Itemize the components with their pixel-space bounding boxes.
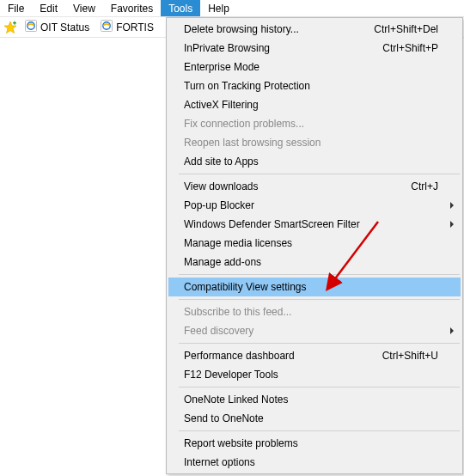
menu-item-enterprise-mode[interactable]: Enterprise Mode bbox=[168, 58, 461, 76]
menu-item-label: Windows Defender SmartScreen Filter bbox=[184, 218, 438, 230]
svg-rect-2 bbox=[14, 21, 15, 24]
menu-item-label: Enterprise Mode bbox=[184, 61, 438, 73]
menu-separator bbox=[179, 430, 460, 431]
menu-item-inprivate-browsing[interactable]: InPrivate BrowsingCtrl+Shift+P bbox=[168, 39, 461, 58]
menu-item-label: Manage media licenses bbox=[184, 237, 438, 249]
menu-item-manage-add-ons[interactable]: Manage add-ons bbox=[168, 253, 461, 272]
menu-item-delete-browsing-history[interactable]: Delete browsing history...Ctrl+Shift+Del bbox=[168, 20, 461, 39]
menu-item-send-to-onenote[interactable]: Send to OneNote bbox=[168, 409, 461, 428]
menu-item-performance-dashboard[interactable]: Performance dashboardCtrl+Shift+U bbox=[168, 346, 461, 365]
menu-item-label: Delete browsing history... bbox=[184, 23, 374, 35]
menu-item-fix-connection-problems: Fix connection problems... bbox=[168, 114, 461, 133]
menu-item-label: Compatibility View settings bbox=[184, 281, 438, 293]
menu-file[interactable]: File bbox=[0, 0, 32, 16]
menu-item-label: Feed discovery bbox=[184, 325, 438, 337]
menu-item-subscribe-to-this-feed: Subscribe to this feed... bbox=[168, 302, 461, 321]
tools-dropdown: Delete browsing history...Ctrl+Shift+Del… bbox=[166, 17, 463, 474]
menu-tools[interactable]: Tools bbox=[161, 0, 200, 16]
menu-separator bbox=[179, 343, 460, 344]
chevron-right-icon bbox=[450, 221, 454, 228]
menu-separator bbox=[179, 299, 460, 300]
menu-item-label: Report website problems bbox=[184, 437, 438, 449]
menu-edit[interactable]: Edit bbox=[32, 0, 65, 16]
menu-item-label: Subscribe to this feed... bbox=[184, 306, 438, 318]
menu-item-label: Performance dashboard bbox=[184, 350, 382, 362]
menu-item-label: F12 Developer Tools bbox=[184, 369, 438, 381]
menu-item-label: View downloads bbox=[184, 180, 411, 192]
menu-item-label: ActiveX Filtering bbox=[184, 99, 438, 111]
menu-item-shortcut: Ctrl+Shift+P bbox=[382, 42, 438, 54]
menu-view[interactable]: View bbox=[65, 0, 103, 16]
menu-item-label: Pop-up Blocker bbox=[184, 199, 438, 211]
menu-item-label: Fix connection problems... bbox=[184, 118, 438, 130]
ie-page-icon bbox=[100, 19, 113, 35]
menu-item-onenote-linked-notes[interactable]: OneNote Linked Notes bbox=[168, 390, 461, 409]
add-favorite-icon[interactable] bbox=[3, 21, 17, 34]
menu-item-label: Turn on Tracking Protection bbox=[184, 80, 438, 92]
favorite-label: OIT Status bbox=[40, 21, 89, 34]
menu-item-pop-up-blocker[interactable]: Pop-up Blocker bbox=[168, 196, 461, 215]
chevron-right-icon bbox=[450, 202, 454, 209]
menu-item-feed-discovery: Feed discovery bbox=[168, 321, 461, 340]
favorite-fortis[interactable]: FORTIS bbox=[96, 18, 157, 36]
menu-item-label: Manage add-ons bbox=[184, 256, 438, 268]
menu-item-label: OneNote Linked Notes bbox=[184, 394, 438, 406]
menu-item-turn-on-tracking-protection[interactable]: Turn on Tracking Protection bbox=[168, 76, 461, 95]
chevron-right-icon bbox=[450, 327, 454, 334]
menu-item-windows-defender-smartscreen-filter[interactable]: Windows Defender SmartScreen Filter bbox=[168, 215, 461, 234]
menu-item-shortcut: Ctrl+Shift+Del bbox=[374, 23, 438, 35]
menu-item-f12-developer-tools[interactable]: F12 Developer Tools bbox=[168, 365, 461, 384]
menu-item-shortcut: Ctrl+Shift+U bbox=[382, 350, 438, 362]
menu-item-shortcut: Ctrl+J bbox=[411, 180, 438, 192]
menu-item-label: Reopen last browsing session bbox=[184, 137, 438, 149]
favorite-label: FORTIS bbox=[116, 21, 154, 34]
menu-separator bbox=[179, 174, 460, 174]
menu-item-label: Add site to Apps bbox=[184, 156, 438, 168]
menu-item-reopen-last-browsing-session: Reopen last browsing session bbox=[168, 133, 461, 152]
menu-item-label: InPrivate Browsing bbox=[184, 42, 382, 54]
favorite-oit-status[interactable]: OIT Status bbox=[21, 18, 93, 36]
menu-favorites[interactable]: Favorites bbox=[103, 0, 161, 16]
menu-item-manage-media-licenses[interactable]: Manage media licenses bbox=[168, 234, 461, 253]
menu-item-report-website-problems[interactable]: Report website problems bbox=[168, 434, 461, 453]
menu-item-internet-options[interactable]: Internet options bbox=[168, 453, 461, 472]
menu-help[interactable]: Help bbox=[200, 0, 237, 16]
menu-item-add-site-to-apps[interactable]: Add site to Apps bbox=[168, 152, 461, 171]
menu-separator bbox=[179, 274, 460, 275]
menu-item-label: Internet options bbox=[184, 456, 438, 468]
menu-item-activex-filtering[interactable]: ActiveX Filtering bbox=[168, 95, 461, 114]
menu-separator bbox=[179, 387, 460, 388]
ie-page-icon bbox=[24, 19, 38, 35]
menu-item-view-downloads[interactable]: View downloadsCtrl+J bbox=[168, 177, 461, 196]
menu-item-compatibility-view-settings[interactable]: Compatibility View settings bbox=[168, 278, 461, 296]
menu-item-label: Send to OneNote bbox=[184, 412, 438, 424]
menubar: File Edit View Favorites Tools Help bbox=[0, 0, 464, 17]
